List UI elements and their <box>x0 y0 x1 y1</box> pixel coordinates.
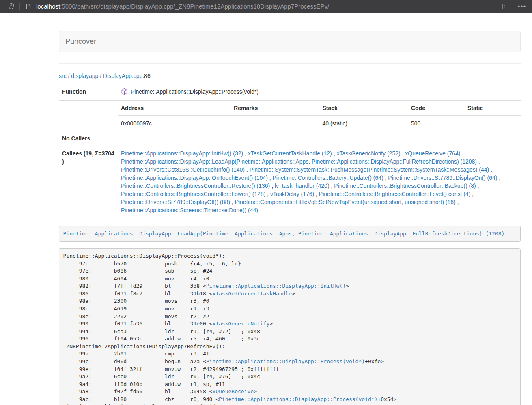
no-callers-label: No Callers <box>59 131 118 146</box>
callee-link[interactable]: Pinetime::Controllers::BrightnessControl… <box>121 191 265 197</box>
callees-label: Callees (19, Σ=3704 ) <box>59 146 118 218</box>
browser-toolbar: localhost:5000/path/src/displayapp/Displ… <box>0 0 532 13</box>
shield-icon[interactable] <box>6 1 16 12</box>
col-header-remarks: Remarks <box>230 101 319 116</box>
function-row: Function Pinetime::Applications::Display… <box>59 84 521 101</box>
callee-link[interactable]: vTaskDelay (176) <box>270 191 314 197</box>
disassembly-symbol-link[interactable]: xQueueReceive <box>212 388 254 394</box>
col-header-code: Code <box>408 101 464 116</box>
callee-link[interactable]: Pinetime::Controllers::BrightnessControl… <box>334 183 476 189</box>
col-header-stack: Stack <box>319 101 407 116</box>
toolbar-divider <box>513 3 513 10</box>
breadcrumb-separator: / <box>98 73 103 79</box>
breadcrumb-separator: / <box>67 73 71 79</box>
breadcrumb-link[interactable]: DisplayApp.cpp <box>103 73 142 79</box>
menu-dots-icon[interactable]: ••• <box>517 1 527 12</box>
callees-list: Pinetime::Applications::DisplayApp::Init… <box>118 146 521 218</box>
function-name: Pinetime::Applications::DisplayApp::Proc… <box>131 88 258 95</box>
callee-link[interactable]: Pinetime::System::SystemTask::PushMessag… <box>250 166 489 173</box>
callee-link[interactable]: Pinetime::Applications::Screens::Timer::… <box>121 207 258 213</box>
callee-link[interactable]: Pinetime::Drivers::Cst816S::GetTouchInfo… <box>121 166 245 173</box>
url-path: :5000/path/src/displayapp/DisplayApp.cpp… <box>60 3 329 10</box>
code-value: 500 <box>408 116 464 131</box>
disassembly-symbol-link[interactable]: xTaskGetCurrentTaskHandle <box>212 291 292 297</box>
snippet-box: Pinetime::Applications::DisplayApp::Load… <box>59 226 521 242</box>
remarks-value <box>230 116 319 131</box>
callee-link[interactable]: lv_task_handler (420) <box>275 183 330 189</box>
breadcrumb-line-number: :86 <box>142 73 150 79</box>
callee-link[interactable]: Pinetime::Drivers::St7789::DisplayOff() … <box>121 199 230 205</box>
stats-header-row: Address Remarks Stack Code Static <box>118 101 521 116</box>
app-brand[interactable]: Puncover <box>65 37 96 46</box>
callee-link[interactable]: Pinetime::Controllers::BrightnessControl… <box>121 183 270 189</box>
callee-link[interactable]: Pinetime::Controllers::Battery::Update()… <box>273 174 383 181</box>
callees-row: Callees (19, Σ=3704 ) Pinetime::Applicat… <box>59 146 521 218</box>
address-bar[interactable]: localhost:5000/path/src/displayapp/Displ… <box>36 3 499 10</box>
stack-value: 40 (static) <box>319 116 407 131</box>
disassembly-symbol-link[interactable]: Pinetime::Applications::DisplayApp::Init… <box>206 283 346 289</box>
col-header-address: Address <box>118 101 230 116</box>
stats-value-row: 0x0000097c 40 (static) 500 <box>118 116 521 131</box>
breadcrumb: src / displayapp / DisplayApp.cpp:86 <box>59 72 521 80</box>
page-content: Puncover src / displayapp / DisplayApp.c… <box>0 13 532 405</box>
function-info-table: Function Pinetime::Applications::Display… <box>59 84 521 218</box>
callee-link[interactable]: Pinetime::Drivers::St7789::DisplayOn() (… <box>388 174 497 181</box>
static-value <box>464 116 521 131</box>
callee-link[interactable]: Pinetime::Controllers::BrightnessControl… <box>319 191 470 197</box>
stats-row: Address Remarks Stack Code Static 0x0000… <box>59 101 521 131</box>
snippet-link[interactable]: Pinetime::Applications::DisplayApp::Load… <box>63 231 505 237</box>
breadcrumb-link[interactable]: src <box>59 73 67 79</box>
callee-link[interactable]: xTaskGenericNotify (252) <box>336 150 400 157</box>
breadcrumb-link[interactable]: displayapp <box>71 73 98 79</box>
disassembly-symbol-link[interactable]: Pinetime::Applications::DisplayApp::Proc… <box>219 396 377 402</box>
address-value: 0x0000097c <box>118 116 230 131</box>
app-navbar: Puncover <box>59 31 521 52</box>
disassembly-symbol-link[interactable]: xTaskGenericNotify <box>212 321 269 327</box>
col-header-static: Static <box>464 101 521 116</box>
disassembly-symbol-link[interactable]: Pinetime::Applications::DisplayApp::Proc… <box>206 358 365 364</box>
no-callers-row: No Callers <box>59 131 521 146</box>
callee-link[interactable]: xTaskGetCurrentTaskHandle (12) <box>248 150 332 157</box>
stats-table: Address Remarks Stack Code Static 0x0000… <box>118 101 521 131</box>
disassembly-code: Pinetime::Applications::DisplayApp::Proc… <box>59 248 521 405</box>
callee-link[interactable]: xQueueReceive (764) <box>405 150 460 157</box>
callee-link[interactable]: Pinetime::Applications::DisplayApp::Init… <box>121 150 243 157</box>
url-host: localhost <box>36 3 60 10</box>
divider <box>59 63 521 64</box>
symbol-cube-icon <box>121 88 128 97</box>
callee-link[interactable]: Pinetime::Applications::DisplayApp::Load… <box>121 158 477 165</box>
toolbar-divider <box>19 3 20 10</box>
function-row-label: Function <box>59 84 118 101</box>
callee-link[interactable]: Pinetime::Applications::DisplayApp::OnTo… <box>121 174 268 181</box>
reader-view-icon[interactable] <box>499 1 510 12</box>
page-info-icon[interactable] <box>23 1 34 12</box>
callee-link[interactable]: Pinetime::Components::LittleVgl::SetNewT… <box>235 199 456 205</box>
